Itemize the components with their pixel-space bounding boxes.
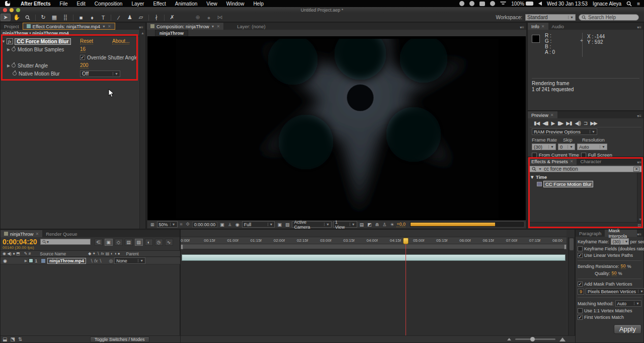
keyframe-rate-dropdown[interactable]: (30)▼ xyxy=(611,238,629,245)
tab-timeline-ninjathrow[interactable]: ninjaThrow✕ xyxy=(1,230,42,237)
close-icon[interactable]: ✕ xyxy=(216,24,220,29)
effects-item-cc-force-motion-blur[interactable]: CC Force Motion Blur xyxy=(537,181,641,187)
vertices-unit-dropdown[interactable]: Pixels Between Vertices▼ xyxy=(586,288,644,295)
work-area-bar[interactable] xyxy=(181,244,567,249)
add-mask-vertices-checkbox[interactable]: ✓ xyxy=(578,282,583,287)
tab-composition[interactable]: Composition: ninjaThrow ▼ ✕ xyxy=(147,23,223,30)
panel-menu-icon[interactable]: ▾≡ xyxy=(637,160,643,165)
samples-value[interactable]: 16 xyxy=(80,46,86,52)
expand-inout-icon[interactable]: ⇅ xyxy=(18,336,22,342)
menu-file[interactable]: File xyxy=(55,1,72,7)
hand-tool[interactable]: ✋ xyxy=(12,14,22,21)
close-icon[interactable]: ✕ xyxy=(570,159,574,164)
close-icon[interactable]: ✕ xyxy=(541,24,545,29)
view-layout-dropdown[interactable]: 1 View▼ xyxy=(333,221,357,228)
pixel-aspect-icon[interactable]: ▤ xyxy=(359,222,365,227)
subtab-ninjathrow[interactable]: ninjaThrow xyxy=(155,30,188,36)
effects-group-time[interactable]: ▼ Time xyxy=(530,174,641,180)
camera-tool[interactable]: ▦ xyxy=(49,14,59,21)
about-link[interactable]: About... xyxy=(112,38,129,44)
tab-project[interactable]: Project xyxy=(1,23,23,30)
previous-frame-button[interactable]: ◀▮ xyxy=(542,120,548,126)
motion-blur-icon[interactable]: ▨ xyxy=(135,239,143,246)
apply-button[interactable]: Apply xyxy=(614,324,641,334)
volume-icon[interactable] xyxy=(538,2,542,6)
brush-tool[interactable]: ∕ xyxy=(114,14,124,21)
hide-shy-layers-icon[interactable]: ◇ xyxy=(115,239,123,246)
linear-vertex-checkbox[interactable]: ✓ xyxy=(578,253,583,258)
search-help-input[interactable]: Search Help xyxy=(579,14,639,21)
transparency-grid-icon[interactable]: ▨ xyxy=(284,222,291,227)
draft-3d-icon[interactable]: ▣ xyxy=(105,239,113,246)
play-button[interactable]: ▶ xyxy=(551,120,554,126)
layer-color-swatch[interactable] xyxy=(29,258,33,263)
last-frame-button[interactable]: ▶▮ xyxy=(566,120,572,126)
spotlight-icon[interactable] xyxy=(626,1,632,7)
scrollbar[interactable] xyxy=(568,237,575,335)
tab-mask-interpolation[interactable]: Mask Interpola xyxy=(605,230,637,237)
frame-blending-icon[interactable]: ▤ xyxy=(125,239,133,246)
current-time-display[interactable]: 0:00:00:00 xyxy=(192,222,218,228)
frame-rate-dropdown[interactable]: (30)▼ xyxy=(532,144,556,150)
menu-layer[interactable]: Layer xyxy=(127,1,148,7)
tab-effect-controls[interactable]: Effect Controls: ninjaThrow.mp4 ▼ ✕ xyxy=(23,23,115,30)
mask-visibility-icon[interactable]: ⟐ xyxy=(185,222,191,227)
search-options-arrow[interactable]: ▼ xyxy=(538,167,542,171)
composition-mini-flowchart-icon[interactable]: ⋲ xyxy=(95,239,103,246)
zoom-out-icon[interactable] xyxy=(507,338,511,340)
resolution-dropdown[interactable]: Full▼ xyxy=(242,221,275,228)
zoom-dropdown[interactable]: 50%▼ xyxy=(157,221,178,228)
work-area-start-handle[interactable] xyxy=(181,244,183,249)
panel-menu-icon[interactable]: ▾≡ xyxy=(637,232,643,237)
vertex-matches-checkbox[interactable]: ✓ xyxy=(578,308,583,313)
wifi-icon[interactable] xyxy=(500,2,506,6)
eye-icon[interactable]: ◉ xyxy=(1,258,10,263)
from-current-time-checkbox[interactable]: ✓ xyxy=(532,153,537,158)
native-blur-dropdown[interactable]: Off▼ xyxy=(80,71,120,77)
panel-menu-icon[interactable]: ▾≡ xyxy=(637,114,643,118)
tab-paragraph[interactable]: Paragraph xyxy=(576,230,605,237)
shape-tool[interactable]: ■ xyxy=(76,14,86,21)
layer-name[interactable]: ninjaThrow.mp4 xyxy=(47,258,86,264)
first-vertices-checkbox[interactable]: ✓ xyxy=(578,315,583,320)
menu-view[interactable]: View xyxy=(202,1,222,7)
menu-help[interactable]: Help xyxy=(249,1,268,7)
panel-menu-icon[interactable]: ▾≡ xyxy=(637,25,643,30)
zoom-slider-knob[interactable] xyxy=(530,337,535,341)
vertices-value-field[interactable]: 9 xyxy=(578,289,584,295)
tab-layer[interactable]: Layer: (none) xyxy=(233,23,269,30)
camera-dropdown[interactable]: Active Camera▼ xyxy=(292,221,331,228)
menu-clock[interactable]: Wed 30 Jan 13:53 xyxy=(547,1,588,7)
timeline-button-icon[interactable]: ⋒ xyxy=(374,222,380,227)
shutter-angle-value[interactable]: 200 xyxy=(80,62,89,68)
next-frame-button[interactable]: ▮▶ xyxy=(557,120,563,126)
region-of-interest-icon[interactable]: ▣ xyxy=(276,222,283,227)
graph-editor-icon[interactable]: ∿ xyxy=(165,239,173,246)
work-area-end-handle[interactable] xyxy=(564,244,567,249)
layer-twirl-icon[interactable]: ▶ xyxy=(25,259,27,263)
scrollbar[interactable]: ▼ xyxy=(637,173,643,222)
audio-button[interactable]: ◀)) xyxy=(575,120,581,126)
panel-menu-icon[interactable]: ▾≡ xyxy=(139,25,145,30)
parent-pickwhip-icon[interactable]: ◎ xyxy=(109,258,113,263)
type-tool[interactable]: T xyxy=(98,14,108,21)
timeline-ruler[interactable]: 0:00f00:15f01:00f01:15f02:00f02:15f03:00… xyxy=(181,237,567,244)
clone-stamp-tool[interactable]: ♟ xyxy=(125,14,135,21)
layer-duration-bar[interactable] xyxy=(182,254,566,261)
snapshot-icon[interactable]: ▣ xyxy=(219,222,225,227)
channel-icon[interactable]: ◉ xyxy=(234,222,240,227)
panel-menu-icon[interactable]: ▾≡ xyxy=(520,25,526,30)
skip-dropdown[interactable]: 0▼ xyxy=(558,144,575,150)
tab-audio[interactable]: Audio xyxy=(548,23,568,30)
battery-indicator[interactable]: 100% xyxy=(511,1,533,7)
expand-layer-switches-icon[interactable]: ⬓ xyxy=(3,336,7,342)
zoom-tool[interactable] xyxy=(23,14,33,21)
notification-center-icon[interactable]: ≡ xyxy=(637,1,640,7)
tab-render-queue[interactable]: Render Queue xyxy=(42,230,80,237)
reset-link[interactable]: Reset xyxy=(80,38,93,44)
time-machine-icon[interactable] xyxy=(490,1,495,6)
tab-character[interactable]: Character xyxy=(577,158,605,165)
keyframe-fields-checkbox[interactable]: ✓ xyxy=(578,246,583,251)
parent-dropdown[interactable]: None▼ xyxy=(114,257,145,264)
timeline-timecode[interactable]: 0:00:04:20 xyxy=(3,239,37,245)
